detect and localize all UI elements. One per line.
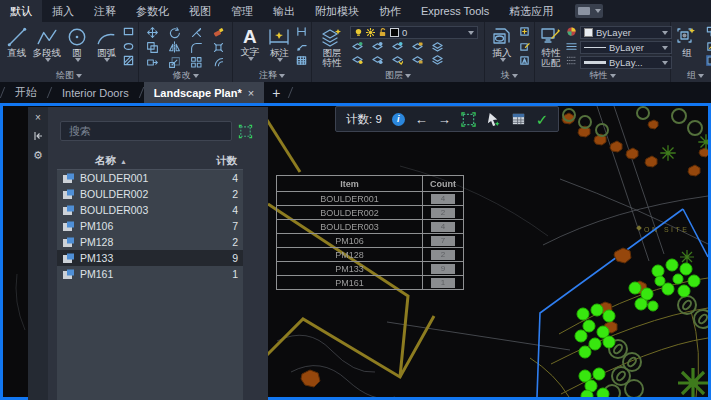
leader-icon[interactable] bbox=[296, 41, 307, 52]
object-color-dropdown[interactable]: ByLayer bbox=[580, 26, 672, 39]
info-icon[interactable]: i bbox=[392, 113, 405, 126]
stretch-icon[interactable] bbox=[146, 56, 159, 69]
scale-icon[interactable] bbox=[168, 56, 181, 69]
panel-label-modify[interactable]: 修改 bbox=[139, 69, 232, 82]
edit-block-icon[interactable] bbox=[519, 41, 530, 52]
lineweight-dropdown[interactable]: ByLay... bbox=[580, 56, 672, 69]
file-tab-start[interactable]: 开始 bbox=[5, 82, 47, 103]
count-column-header[interactable]: 计数 bbox=[216, 154, 237, 168]
list-item[interactable]: PM1067 bbox=[57, 218, 243, 234]
panel-label-annotation[interactable]: 注释 bbox=[233, 69, 311, 82]
count-field[interactable]: 2 bbox=[431, 250, 455, 260]
panel-label-draw[interactable]: 绘图 bbox=[0, 69, 138, 82]
table-row[interactable]: BOULDER0022 bbox=[277, 205, 463, 219]
ribbon-tab-addins[interactable]: 附加模块 bbox=[305, 0, 369, 22]
new-tab-button[interactable]: + bbox=[264, 85, 288, 101]
dimension-button[interactable]: 标注 bbox=[265, 24, 293, 62]
count-field[interactable]: 7 bbox=[431, 236, 455, 246]
layer-freeze-icon[interactable] bbox=[392, 41, 403, 52]
hatch-icon[interactable] bbox=[123, 55, 134, 66]
layer-thaw-icon[interactable] bbox=[372, 54, 383, 65]
rotate-icon[interactable] bbox=[168, 26, 181, 39]
fillet-icon[interactable] bbox=[190, 41, 203, 54]
ribbon-tab-manage[interactable]: 管理 bbox=[221, 0, 263, 22]
polyline-button[interactable]: 多段线 bbox=[33, 24, 62, 62]
edit-attributes-icon[interactable] bbox=[519, 55, 530, 66]
ribbon-tab-express-tools[interactable]: Express Tools bbox=[411, 0, 499, 22]
file-tab-interior-doors[interactable]: Interior Doors bbox=[52, 82, 139, 103]
circle-button[interactable]: 圆 bbox=[63, 24, 91, 62]
line-button[interactable]: 直线 bbox=[3, 24, 31, 58]
linetype-dropdown[interactable]: ByLayer bbox=[580, 41, 672, 54]
group-button[interactable]: 组 bbox=[673, 24, 701, 58]
list-item[interactable]: BOULDER0034 bbox=[57, 202, 243, 218]
search-input[interactable] bbox=[60, 121, 232, 141]
count-field[interactable]: 9 bbox=[431, 264, 455, 274]
ribbon-tab-output[interactable]: 输出 bbox=[263, 0, 305, 22]
table-tool-icon[interactable] bbox=[296, 55, 307, 66]
close-tab-icon[interactable]: × bbox=[248, 87, 254, 99]
table-row[interactable]: PM1611 bbox=[277, 275, 463, 289]
table-row[interactable]: PM1282 bbox=[277, 247, 463, 261]
layer-match-icon[interactable] bbox=[392, 54, 403, 65]
pick-objects-icon[interactable] bbox=[486, 112, 501, 127]
array-icon[interactable] bbox=[190, 56, 203, 69]
list-item[interactable]: PM1611 bbox=[57, 266, 243, 282]
auto-hide-icon[interactable] bbox=[33, 131, 43, 141]
ribbon-display-options-button[interactable] bbox=[575, 4, 603, 18]
ellipse-icon[interactable] bbox=[123, 41, 134, 52]
close-icon[interactable]: × bbox=[35, 112, 41, 123]
layer-dropdown[interactable]: 0 bbox=[350, 26, 478, 39]
layer-properties-button[interactable]: 图层特性 bbox=[314, 24, 350, 68]
offset-icon[interactable] bbox=[212, 56, 225, 69]
layer-lock-icon[interactable] bbox=[412, 41, 423, 52]
layer-walk-icon[interactable] bbox=[432, 54, 443, 65]
count-field[interactable]: 1 bbox=[431, 278, 455, 288]
layer-isolate-icon[interactable] bbox=[372, 41, 383, 52]
layer-unlock-icon[interactable] bbox=[412, 54, 423, 65]
layer-off-icon[interactable] bbox=[352, 41, 363, 52]
table-row[interactable]: BOULDER0034 bbox=[277, 219, 463, 233]
ribbon-tab-parametric[interactable]: 参数化 bbox=[126, 0, 179, 22]
linetype-list-icon[interactable] bbox=[566, 41, 577, 52]
gear-icon[interactable]: ⚙ bbox=[33, 149, 43, 162]
previous-arrow-icon[interactable]: ← bbox=[415, 113, 428, 126]
panel-label-layers[interactable]: 图层 bbox=[312, 69, 484, 82]
explode-icon[interactable] bbox=[212, 41, 225, 54]
count-boundary-polygon[interactable] bbox=[537, 209, 708, 397]
arc-button[interactable]: 圆弧 bbox=[92, 24, 120, 62]
ungroup-icon[interactable] bbox=[706, 26, 711, 37]
erase-icon[interactable] bbox=[212, 26, 225, 39]
counted-plant-cluster[interactable] bbox=[575, 259, 700, 397]
table-row[interactable]: BOULDER0014 bbox=[277, 191, 463, 205]
color-list-icon[interactable] bbox=[566, 26, 577, 37]
ribbon-tab-insert[interactable]: 插入 bbox=[42, 0, 84, 22]
finish-count-check-icon[interactable]: ✓ bbox=[536, 112, 549, 127]
layer-states-icon[interactable] bbox=[432, 41, 443, 52]
insert-count-table-icon[interactable] bbox=[511, 112, 526, 127]
name-column-header[interactable]: 名称 bbox=[95, 154, 116, 168]
rectangle-icon[interactable] bbox=[123, 26, 134, 37]
mirror-icon[interactable] bbox=[168, 41, 181, 54]
copy-icon[interactable] bbox=[146, 41, 159, 54]
panel-label-group[interactable]: 组 bbox=[671, 69, 711, 82]
linear-dimension-icon[interactable] bbox=[296, 26, 307, 37]
group-edit-icon[interactable] bbox=[706, 41, 711, 52]
lineweight-list-icon[interactable] bbox=[566, 55, 577, 66]
count-field[interactable]: 4 bbox=[431, 194, 455, 204]
panel-label-block[interactable]: 块 bbox=[485, 69, 534, 82]
list-item[interactable]: BOULDER0022 bbox=[57, 186, 243, 202]
select-objects-icon[interactable] bbox=[238, 124, 253, 139]
table-row[interactable]: PM1339 bbox=[277, 261, 463, 275]
selection-marquee-icon[interactable] bbox=[461, 112, 476, 127]
ribbon-tab-default[interactable]: 默认 bbox=[0, 0, 42, 22]
move-icon[interactable] bbox=[146, 26, 159, 39]
count-field[interactable]: 4 bbox=[431, 222, 455, 232]
list-item-selected[interactable]: PM1339 bbox=[57, 250, 243, 266]
file-tab-landscape-plan[interactable]: Landscape Plan* × bbox=[144, 82, 264, 103]
panel-label-properties[interactable]: 特性 bbox=[535, 69, 670, 82]
list-item[interactable]: BOULDER0014 bbox=[57, 170, 243, 186]
count-field[interactable]: 2 bbox=[431, 208, 455, 218]
match-properties-button[interactable]: 特性匹配 bbox=[537, 24, 565, 68]
trim-icon[interactable] bbox=[190, 26, 203, 39]
